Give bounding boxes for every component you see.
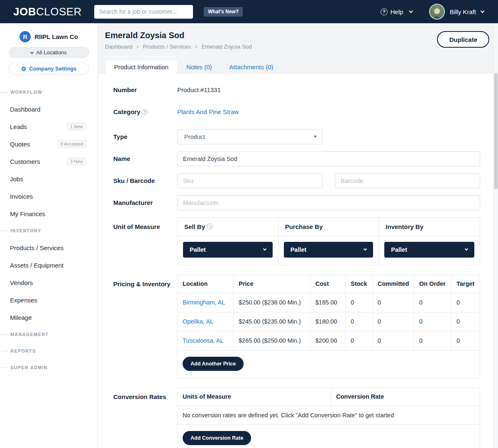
committed-cell: 0: [373, 331, 414, 351]
sidebar-item-invoices[interactable]: Invoices: [0, 187, 98, 205]
col-header-stock: Stock: [346, 275, 373, 293]
type-select-value: Product: [184, 134, 205, 140]
col-header-target: Target: [452, 275, 481, 293]
inventory-by-header: Inventory By: [379, 218, 480, 236]
location-link[interactable]: Birmingham, AL: [183, 299, 225, 306]
inventory-by-select[interactable]: Pallet: [384, 242, 474, 258]
number-row: Number Product #11331: [113, 85, 480, 95]
pricing-inventory-label: Pricing & Inventory: [113, 275, 177, 289]
scrollbar-thumb[interactable]: [494, 73, 498, 189]
name-label: Name: [113, 154, 177, 163]
page-title: Emerald Zoysia Sod: [105, 31, 184, 40]
barcode-input[interactable]: [335, 173, 480, 188]
price-cell: $265.00 ($250.00 Min.): [234, 331, 310, 351]
breadcrumb-products-services[interactable]: Products / Services: [143, 44, 191, 50]
user-name[interactable]: Billy Kraft: [450, 8, 476, 15]
all-locations-dropdown[interactable]: All Locations: [9, 47, 89, 58]
sidebar-item-mileage[interactable]: Mileage: [0, 309, 98, 326]
chevron-down-icon: [409, 9, 413, 13]
sidebar-item-dashboard[interactable]: Dashboard: [0, 100, 98, 118]
help-circle-icon[interactable]: ?: [142, 109, 148, 115]
company-row: R RIIPL Lawn Co: [0, 31, 98, 42]
sku-input[interactable]: [177, 173, 322, 188]
conversion-table-header: Units of Measure Conversion Rate: [178, 388, 480, 406]
help-label: Help: [391, 8, 403, 15]
sell-by-select[interactable]: Pallet: [183, 242, 273, 258]
section-header-super-admin[interactable]: SUPER ADMIN: [0, 359, 98, 376]
sku-barcode-row: Sku / Barcode: [113, 173, 480, 188]
table-row-opelika-location: Opelika, AL: [178, 312, 234, 331]
tab-notes[interactable]: Notes (0): [178, 60, 221, 74]
col-header-committed: Committed: [373, 275, 414, 293]
person-icon: [430, 7, 444, 19]
section-header-reports[interactable]: REPORTS: [0, 343, 98, 359]
page-scrollbar[interactable]: [493, 23, 498, 448]
add-conversion-rate-button[interactable]: Add Conversion Rate: [183, 431, 251, 445]
sidebar-item-my-finances[interactable]: My Finances: [0, 205, 98, 222]
unit-of-measure-row: Unit of Measure Sell By ? Purchase By In…: [113, 217, 480, 265]
price-cell: $250.00 ($238.00 Min.): [234, 293, 310, 312]
chevron-down-icon: [465, 247, 468, 250]
location-link[interactable]: Opelika, AL: [183, 318, 213, 325]
pricing-inventory-row: Pricing & Inventory Location Price Cost …: [113, 275, 480, 378]
global-search-input[interactable]: [94, 5, 193, 19]
section-dashes: [2, 368, 7, 368]
sidebar-item-customers[interactable]: Customers 3 New: [0, 153, 98, 170]
user-avatar[interactable]: [429, 4, 445, 19]
duplicate-button[interactable]: Duplicate: [437, 31, 489, 48]
number-label: Number: [113, 85, 177, 95]
gear-icon: ⚙: [21, 66, 27, 72]
section-dashes: [2, 92, 7, 93]
breadcrumb-dashboard[interactable]: Dashboard: [105, 44, 132, 50]
sidebar-nav: WORKFLOW Dashboard Leads 1 New Quotes 8 …: [0, 84, 98, 376]
section-header-workflow: WORKFLOW: [0, 84, 98, 100]
customers-badge: 3 New: [67, 158, 86, 165]
purchase-by-select[interactable]: Pallet: [284, 242, 374, 258]
target-cell: 0: [452, 331, 481, 351]
app-logo[interactable]: JOBCLOSER: [13, 5, 82, 18]
sidebar-item-products-services[interactable]: Products / Services: [0, 239, 98, 256]
sidebar: R RIIPL Lawn Co All Locations ⚙ Company …: [0, 23, 98, 448]
type-select[interactable]: Product: [177, 129, 322, 144]
sidebar-item-jobs[interactable]: Jobs: [0, 170, 98, 187]
select-caret-icon: [314, 136, 317, 138]
tab-attachments[interactable]: Attachments (0): [221, 60, 282, 74]
top-navigation-bar: JOBCLOSER What's New? ? Help Billy Kraft: [0, 0, 498, 23]
chevron-down-icon: [263, 247, 266, 250]
category-link[interactable]: Plants And Pine Straw: [177, 108, 239, 115]
col-header-location: Location: [178, 275, 234, 293]
app-logo-bold: JOB: [13, 5, 36, 18]
conversion-rates-label: Conversion Rates: [113, 387, 177, 402]
chevron-down-icon: [364, 247, 367, 250]
committed-cell: 0: [373, 293, 414, 312]
col-header-conversion-rate: Conversion Rate: [331, 388, 480, 406]
location-link[interactable]: Tuscaloosa, AL: [183, 337, 224, 344]
sidebar-item-vendors[interactable]: Vendors: [0, 274, 98, 291]
company-settings-button[interactable]: ⚙ Company Settings: [9, 63, 89, 75]
help-circle-icon[interactable]: ?: [207, 224, 213, 229]
col-header-cost: Cost: [310, 275, 346, 293]
sidebar-item-quotes[interactable]: Quotes 8 Accepted: [0, 135, 98, 153]
name-input[interactable]: [177, 151, 480, 166]
breadcrumb-separator: >: [136, 44, 139, 50]
conversion-rates-row: Conversion Rates Units of Measure Conver…: [113, 387, 480, 448]
section-dashes: [2, 231, 7, 231]
help-menu[interactable]: ? Help: [381, 8, 413, 15]
sidebar-item-leads[interactable]: Leads 1 New: [0, 118, 98, 135]
section-dashes: [2, 351, 7, 351]
manufacturer-input[interactable]: [177, 195, 480, 210]
section-header-management[interactable]: MANAGEMENT: [0, 326, 98, 343]
user-menu-chevron-icon[interactable]: [481, 9, 485, 13]
app-logo-light: CLOSER: [36, 5, 82, 18]
unit-of-measure-box: Sell By ? Purchase By Inventory By Palle…: [177, 217, 480, 265]
whats-new-button[interactable]: What's New?: [204, 7, 243, 17]
add-another-price-button[interactable]: Add Another Price: [183, 357, 244, 371]
sidebar-item-assets-equipment[interactable]: Assets / Equipment: [0, 256, 98, 274]
sidebar-item-expenses[interactable]: Expenses: [0, 291, 98, 309]
on-order-cell: 0: [414, 293, 452, 312]
breadcrumb-separator: >: [195, 44, 198, 50]
tab-product-information[interactable]: Product Information: [105, 60, 178, 74]
stock-cell: 0: [346, 312, 373, 331]
product-information-card: Number Product #11331 Category? Plants A…: [98, 74, 493, 448]
category-row: Category? Plants And Pine Straw: [113, 107, 480, 117]
